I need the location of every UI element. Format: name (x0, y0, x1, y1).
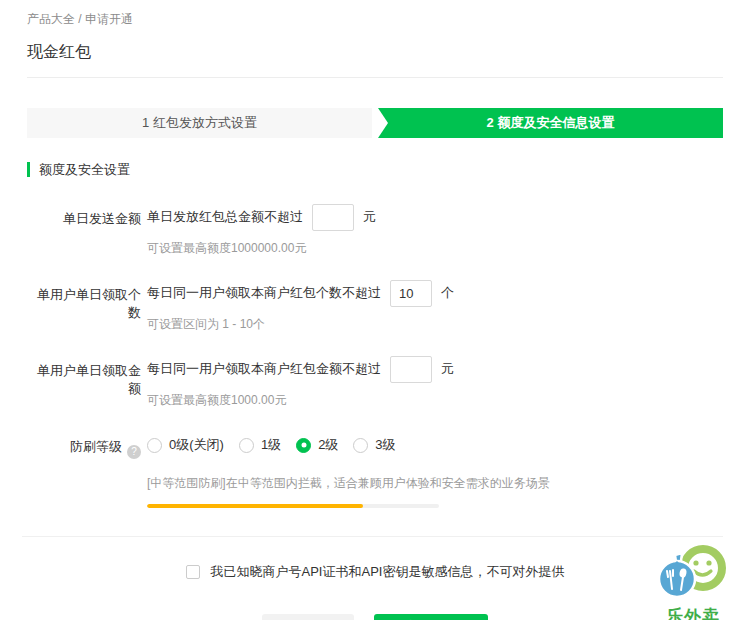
radio-level-2-label: 2级 (318, 436, 338, 454)
daily-send-amount-label: 单日发送金额 (27, 203, 141, 257)
user-daily-count-input[interactable] (390, 280, 432, 307)
radio-circle-icon (353, 438, 368, 453)
anti-fraud-description: [中等范围防刷]在中等范围内拦截，适合兼顾用户体验和安全需求的业务场景 (147, 475, 550, 492)
anti-fraud-progress-fill (147, 504, 363, 508)
user-daily-amount-input[interactable] (390, 356, 432, 383)
agreement-text: 我已知晓商户号API证书和API密钥是敏感信息，不可对外提供 (211, 563, 565, 581)
user-daily-count-unit: 个 (441, 284, 454, 302)
user-daily-amount-label: 单用户单日领取金额 (27, 355, 141, 409)
cash-redpacket-setup-page: 产品大全 / 申请开通 现金红包 1 红包发放方式设置 2 额度及安全信息设置 … (0, 0, 746, 620)
user-daily-amount-hint: 可设置最高额度1000.00元 (147, 392, 454, 409)
radio-circle-icon (239, 438, 254, 453)
daily-send-amount-row: 单日发送金额 单日发放红包总金额不超过 元 可设置最高额度1000000.00元 (27, 203, 723, 257)
breadcrumb[interactable]: 产品大全 / 申请开通 (27, 12, 723, 26)
step-2-label: 2 额度及安全信息设置 (487, 114, 615, 132)
user-daily-count-row: 单用户单日领取个数 每日同一用户领取本商户红包个数不超过 个 可设置区间为 1 … (27, 279, 723, 333)
lewaimai-logo-icon (651, 541, 735, 603)
anti-fraud-level-row: 防刷等级 ? 0级(关闭) 1级 2级 (27, 431, 723, 508)
lewaimai-logo-text: 乐外卖 (648, 605, 738, 620)
daily-send-amount-input[interactable] (312, 204, 354, 231)
daily-send-amount-hint: 可设置最高额度1000000.00元 (147, 240, 376, 257)
user-daily-count-prefix: 每日同一用户领取本商户红包个数不超过 (147, 284, 381, 302)
daily-send-amount-prefix: 单日发放红包总金额不超过 (147, 208, 303, 226)
bottom-divider (22, 536, 723, 537)
title-divider (27, 77, 723, 78)
step-1-label: 1 红包发放方式设置 (142, 114, 257, 132)
user-daily-amount-prefix: 每日同一用户领取本商户红包金额不超过 (147, 360, 381, 378)
radio-level-3-label: 3级 (375, 436, 395, 454)
step-1-distribution-settings[interactable]: 1 红包发放方式设置 (27, 108, 372, 138)
anti-fraud-level-label: 防刷等级 (70, 438, 122, 456)
help-icon[interactable]: ? (127, 445, 141, 459)
user-daily-count-hint: 可设置区间为 1 - 10个 (147, 316, 454, 333)
daily-send-amount-unit: 元 (363, 208, 376, 226)
radio-circle-icon (147, 438, 162, 453)
step-bar: 1 红包发放方式设置 2 额度及安全信息设置 (27, 108, 723, 138)
radio-level-0-label: 0级(关闭) (169, 436, 224, 454)
previous-step-button[interactable]: 上一步 (262, 614, 354, 620)
radio-circle-icon (296, 438, 311, 453)
agreement-checkbox[interactable] (186, 565, 200, 579)
radio-level-3[interactable]: 3级 (353, 436, 395, 454)
quota-security-form: 单日发送金额 单日发放红包总金额不超过 元 可设置最高额度1000000.00元… (27, 203, 723, 508)
step-2-quota-security-settings[interactable]: 2 额度及安全信息设置 (378, 108, 723, 138)
anti-fraud-radio-group: 0级(关闭) 1级 2级 3级 (147, 431, 550, 459)
page-title: 现金红包 (27, 43, 723, 61)
submit-application-button[interactable]: 提交开通申请 (374, 614, 488, 620)
radio-level-1[interactable]: 1级 (239, 436, 281, 454)
agreement-row: 我已知晓商户号API证书和API密钥是敏感信息，不可对外提供 (27, 563, 723, 581)
lewaimai-watermark: 乐外卖 (648, 541, 738, 620)
user-daily-count-label: 单用户单日领取个数 (27, 279, 141, 333)
anti-fraud-progress-track (147, 504, 439, 508)
action-buttons: 上一步 提交开通申请 (27, 614, 723, 620)
radio-level-1-label: 1级 (261, 436, 281, 454)
user-daily-amount-row: 单用户单日领取金额 每日同一用户领取本商户红包金额不超过 元 可设置最高额度10… (27, 355, 723, 409)
radio-level-2[interactable]: 2级 (296, 436, 338, 454)
user-daily-amount-unit: 元 (441, 360, 454, 378)
section-title: 额度及安全设置 (27, 162, 723, 177)
radio-level-0[interactable]: 0级(关闭) (147, 436, 224, 454)
